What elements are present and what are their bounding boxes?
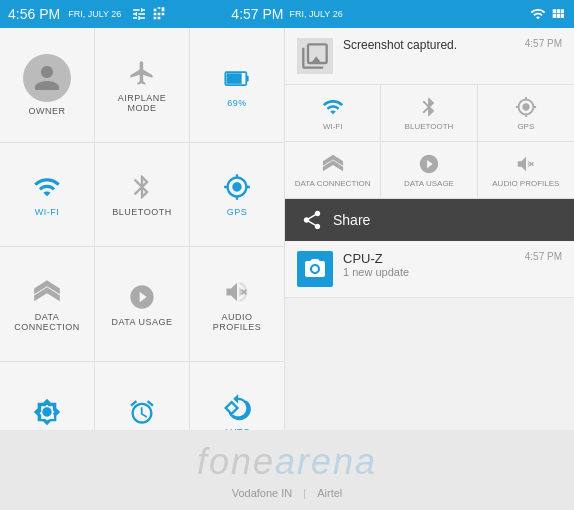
notif-wifi-label: WI-FI — [323, 122, 343, 131]
share-icon — [301, 209, 323, 231]
airplane-mode-cell[interactable]: AIRPLANE MODE — [95, 28, 190, 143]
notif-gps-toggle[interactable]: GPS — [478, 85, 574, 141]
gps-label: GPS — [227, 207, 248, 217]
notif-datausage-icon — [417, 152, 441, 176]
watermark: fonearena — [197, 441, 377, 483]
cpuz-subtitle: 1 new update — [343, 266, 562, 278]
screenshot-notification[interactable]: 4:57 PM Screenshot captured. — [285, 28, 574, 85]
notif-dataconn-label: DATA CONNECTION — [295, 179, 371, 188]
bluetooth-label: BLUETOOTH — [112, 207, 171, 217]
bluetooth-cell[interactable]: BLUETOOTH — [95, 143, 190, 248]
owner-label: OWNER — [29, 106, 66, 116]
notif-wifi-icon — [321, 95, 345, 119]
gps-cell[interactable]: GPS — [190, 143, 285, 248]
notif-datausage-toggle[interactable]: DATA USAGE — [381, 142, 477, 198]
notif-gps-icon — [514, 95, 538, 119]
notif-dataconn-icon — [321, 152, 345, 176]
cpuz-content: 4:57 PM CPU-Z 1 new update — [343, 251, 562, 278]
audio-profiles-cell[interactable]: AUDIO PROFILES — [190, 247, 285, 362]
battery-cell[interactable]: 69% — [190, 28, 285, 143]
notif-bluetooth-label: BLUETOOTH — [405, 122, 454, 131]
date-right: FRI, JULY 26 — [289, 9, 342, 19]
signal-icon — [530, 6, 546, 22]
notif-audioprofiles-toggle[interactable]: AUDIO PROFILES — [478, 142, 574, 198]
wifi-cell[interactable]: WI-FI — [0, 143, 95, 248]
wifi-icon — [31, 171, 63, 203]
audio-profiles-label: AUDIO PROFILES — [198, 312, 276, 332]
cpuz-time: 4:57 PM — [525, 251, 562, 262]
share-label: Share — [333, 212, 370, 228]
tune-icon — [131, 6, 147, 22]
watermark-arena: arena — [275, 441, 377, 482]
data-connection-icon — [31, 276, 63, 308]
owner-cell[interactable]: OWNER — [0, 28, 95, 143]
auto-rotation-icon — [221, 391, 253, 423]
gps-icon — [221, 171, 253, 203]
carrier-bar: Vodafone IN | Airtel — [228, 487, 347, 499]
watermark-fone: fone — [197, 441, 275, 482]
brightness-icon — [31, 396, 63, 428]
cpuz-notification[interactable]: 4:57 PM CPU-Z 1 new update — [285, 241, 574, 298]
data-connection-cell[interactable]: DATA CONNECTION — [0, 247, 95, 362]
notif-bluetooth-icon — [417, 95, 441, 119]
screenshot-time: 4:57 PM — [525, 38, 562, 49]
carrier-divider: | — [303, 487, 306, 499]
time-right: 4:57 PM — [231, 6, 283, 22]
status-left: 4:56 PM FRI, JULY 26 — [8, 6, 231, 22]
status-right — [343, 6, 566, 22]
data-usage-icon — [126, 281, 158, 313]
audio-profiles-icon — [221, 276, 253, 308]
battery-icon — [221, 62, 253, 94]
owner-avatar — [23, 54, 71, 102]
status-bar: 4:56 PM FRI, JULY 26 4:57 PM FRI, JULY 2… — [0, 0, 574, 28]
data-connection-label: DATA CONNECTION — [8, 312, 86, 332]
grid-icon — [550, 6, 566, 22]
notif-audioprofiles-label: AUDIO PROFILES — [492, 179, 559, 188]
notif-wifi-toggle[interactable]: WI-FI — [285, 85, 381, 141]
notif-datausage-label: DATA USAGE — [404, 179, 454, 188]
screenshot-thumbnail — [297, 38, 333, 74]
share-bar[interactable]: Share — [285, 199, 574, 241]
airplane-icon — [126, 57, 158, 89]
svg-rect-2 — [227, 73, 242, 84]
status-center: 4:57 PM FRI, JULY 26 — [231, 6, 342, 22]
airplane-label: AIRPLANE MODE — [103, 93, 181, 113]
bluetooth-icon — [126, 171, 158, 203]
data-usage-label: DATA USAGE — [111, 317, 172, 327]
apps-icon — [151, 6, 167, 22]
data-usage-cell[interactable]: DATA USAGE — [95, 247, 190, 362]
notif-bluetooth-toggle[interactable]: BLUETOOTH — [381, 85, 477, 141]
quick-toggles-row2: DATA CONNECTION DATA USAGE AUDIO PR — [285, 142, 574, 199]
timeout-icon — [126, 396, 158, 428]
svg-rect-1 — [246, 75, 248, 81]
quick-toggles-row1: WI-FI BLUETOOTH GPS — [285, 85, 574, 142]
notif-audioprofiles-icon — [514, 152, 538, 176]
battery-percent: 69% — [227, 98, 247, 108]
time-left: 4:56 PM — [8, 6, 60, 22]
bottom-area: fonearena Vodafone IN | Airtel — [0, 430, 574, 510]
status-icons-left — [131, 6, 167, 22]
notif-dataconn-toggle[interactable]: DATA CONNECTION — [285, 142, 381, 198]
screenshot-content: 4:57 PM Screenshot captured. — [343, 38, 562, 52]
wifi-label: WI-FI — [35, 207, 60, 217]
sim-name: Airtel — [317, 487, 342, 499]
network-name: Vodafone IN — [232, 487, 293, 499]
notif-gps-label: GPS — [517, 122, 534, 131]
cpuz-icon — [297, 251, 333, 287]
date-left: FRI, JULY 26 — [68, 9, 121, 19]
